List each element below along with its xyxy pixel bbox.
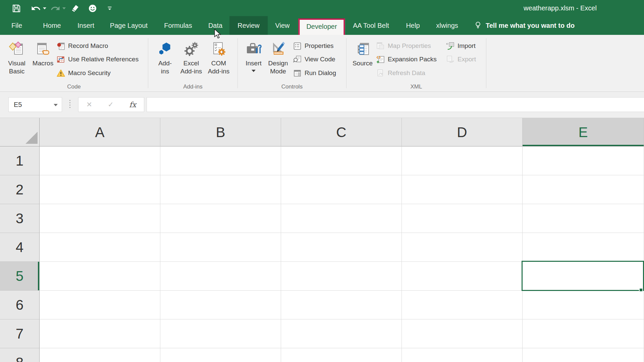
cell-A6[interactable] (40, 291, 160, 319)
cell-B4[interactable] (160, 233, 281, 262)
cell-C4[interactable] (281, 233, 402, 262)
visual-basic-button[interactable]: VisualBasic (3, 37, 30, 83)
tab-aa-tool-belt[interactable]: AA Tool Belt (351, 16, 391, 35)
tab-review[interactable]: Review (229, 16, 268, 35)
cell-B5[interactable] (160, 262, 281, 291)
view-code-button[interactable]: View Code (293, 53, 335, 66)
tab-xlwings[interactable]: xlwings (434, 16, 460, 35)
cell-C7[interactable] (281, 319, 402, 348)
column-header-E[interactable]: E (523, 118, 644, 146)
design-mode-button[interactable]: DesignMode (266, 37, 290, 83)
cell-B6[interactable] (160, 291, 281, 319)
redo-button (50, 3, 60, 13)
row-header-5[interactable]: 5 (0, 262, 40, 291)
cell-E2[interactable] (523, 175, 644, 204)
cell-C5[interactable] (281, 262, 402, 291)
cell-C1[interactable] (281, 146, 402, 175)
row-header-8[interactable]: 8 (0, 348, 40, 362)
cell-B8[interactable] (160, 348, 281, 362)
cell-C2[interactable] (281, 175, 402, 204)
cell-B3[interactable] (160, 204, 281, 233)
properties-button[interactable]: Properties (293, 40, 334, 52)
cell-A3[interactable] (40, 204, 160, 233)
com-add-ins-button[interactable]: COMAdd-ins (206, 37, 231, 83)
row-header-2[interactable]: 2 (0, 175, 40, 204)
import-label: Import (458, 42, 476, 50)
row-header-6[interactable]: 6 (0, 291, 40, 319)
cell-D5[interactable] (402, 262, 523, 291)
expansion-packs-button[interactable]: Expansion Packs (376, 53, 437, 66)
row-header-1[interactable]: 1 (0, 146, 40, 175)
cell-D2[interactable] (402, 175, 523, 204)
cell-A8[interactable] (40, 348, 160, 362)
cell-A5[interactable] (40, 262, 160, 291)
smiley-button[interactable] (88, 3, 98, 13)
cell-E3[interactable] (523, 204, 644, 233)
column-header-C[interactable]: C (281, 118, 402, 146)
cell-A1[interactable] (40, 146, 160, 175)
record-macro-button[interactable]: Record Macro (56, 40, 108, 52)
select-all-button[interactable] (0, 118, 40, 146)
use-relative-references-button[interactable]: Use Relative References (56, 53, 139, 66)
excel-add-ins-button[interactable]: ExcelAdd-ins (178, 37, 204, 83)
cell-D1[interactable] (402, 146, 523, 175)
macro-security-button[interactable]: Macro Security (56, 67, 111, 79)
tab-help[interactable]: Help (404, 16, 422, 35)
tab-page-layout[interactable]: Page Layout (108, 16, 150, 35)
column-header-B[interactable]: B (160, 118, 281, 146)
eraser-button[interactable] (70, 3, 80, 13)
macros-button[interactable]: Macros (32, 37, 54, 83)
record-macro-label: Record Macro (68, 42, 108, 50)
cell-C3[interactable] (281, 204, 402, 233)
cell-E4[interactable] (523, 233, 644, 262)
row-header-3[interactable]: 3 (0, 204, 40, 233)
fill-handle[interactable] (639, 288, 643, 292)
xml-source-icon (355, 37, 371, 57)
row-header-7[interactable]: 7 (0, 319, 40, 348)
column-header-A[interactable]: A (40, 118, 160, 146)
cell-B7[interactable] (160, 319, 281, 348)
customize-quick-access-icon (106, 5, 113, 12)
insert-dropdown-icon[interactable] (252, 70, 256, 72)
cell-E1[interactable] (523, 146, 644, 175)
tab-view[interactable]: View (273, 16, 292, 35)
xml-source-button[interactable]: Source (351, 37, 375, 83)
save-button[interactable] (11, 3, 21, 13)
tab-home[interactable]: Home (41, 16, 63, 35)
undo-button[interactable] (31, 3, 41, 13)
cell-C8[interactable] (281, 348, 402, 362)
formula-input[interactable] (147, 97, 644, 112)
cell-E7[interactable] (523, 319, 644, 348)
cell-A2[interactable] (40, 175, 160, 204)
formula-bar-divider (69, 100, 70, 108)
insert-function-icon[interactable]: fx (129, 101, 136, 109)
cell-A7[interactable] (40, 319, 160, 348)
cell-B1[interactable] (160, 146, 281, 175)
import-button[interactable]: Import (446, 40, 476, 52)
customize-quick-access-button[interactable] (105, 3, 115, 13)
insert-control-button[interactable]: Insert (243, 37, 264, 83)
cell-D3[interactable] (402, 204, 523, 233)
run-dialog-button[interactable]: Run Dialog (293, 67, 336, 79)
row-header-4[interactable]: 4 (0, 233, 40, 262)
tab-formulas[interactable]: Formulas (162, 16, 194, 35)
cell-B2[interactable] (160, 175, 281, 204)
add-ins-button[interactable]: Add-ins (153, 37, 177, 83)
cell-D7[interactable] (402, 319, 523, 348)
ribbon-developer: VisualBasic Macros (0, 35, 644, 92)
cell-E6[interactable] (523, 291, 644, 319)
name-box-dropdown-icon[interactable] (54, 104, 58, 106)
cell-A4[interactable] (40, 233, 160, 262)
tell-me-box[interactable]: Tell me what you want to do (474, 16, 575, 35)
cell-E8[interactable] (523, 348, 644, 362)
tab-file[interactable]: File (9, 16, 24, 35)
cell-D8[interactable] (402, 348, 523, 362)
undo-dropdown-icon[interactable] (43, 7, 46, 9)
cell-C6[interactable] (281, 291, 402, 319)
tab-developer[interactable]: Developer (298, 18, 345, 35)
tab-insert[interactable]: Insert (75, 16, 96, 35)
name-box[interactable]: E5 (8, 97, 62, 112)
column-header-D[interactable]: D (402, 118, 523, 146)
cell-D6[interactable] (402, 291, 523, 319)
cell-D4[interactable] (402, 233, 523, 262)
